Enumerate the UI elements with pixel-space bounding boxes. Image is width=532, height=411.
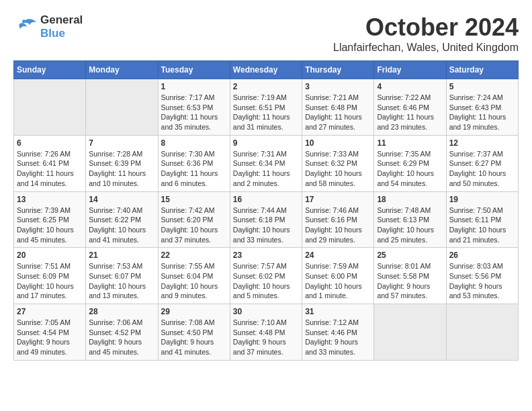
day-info: Sunrise: 7:08 AM Sunset: 4:50 PM Dayligh…	[161, 318, 227, 357]
header-saturday: Saturday	[446, 61, 518, 79]
day-info: Sunrise: 7:21 AM Sunset: 6:48 PM Dayligh…	[305, 93, 371, 132]
day-number: 6	[17, 138, 83, 148]
day-number: 25	[377, 250, 443, 260]
day-number: 22	[161, 250, 227, 260]
calendar-cell: 30Sunrise: 7:10 AM Sunset: 4:48 PM Dayli…	[230, 304, 302, 361]
header-wednesday: Wednesday	[230, 61, 302, 79]
day-info: Sunrise: 7:46 AM Sunset: 6:16 PM Dayligh…	[305, 205, 371, 245]
calendar-cell: 28Sunrise: 7:06 AM Sunset: 4:52 PM Dayli…	[86, 304, 158, 361]
day-info: Sunrise: 7:42 AM Sunset: 6:20 PM Dayligh…	[161, 205, 227, 245]
day-info: Sunrise: 7:19 AM Sunset: 6:51 PM Dayligh…	[233, 93, 299, 132]
calendar-cell: 11Sunrise: 7:35 AM Sunset: 6:29 PM Dayli…	[374, 135, 446, 191]
day-number: 14	[89, 195, 154, 204]
day-info: Sunrise: 7:44 AM Sunset: 6:18 PM Dayligh…	[233, 205, 299, 245]
calendar-cell: 3Sunrise: 7:21 AM Sunset: 6:48 PM Daylig…	[302, 79, 374, 136]
calendar-cell: 2Sunrise: 7:19 AM Sunset: 6:51 PM Daylig…	[230, 79, 302, 136]
day-info: Sunrise: 7:37 AM Sunset: 6:27 PM Dayligh…	[449, 149, 515, 189]
day-number: 18	[377, 195, 443, 204]
day-number: 10	[305, 138, 371, 148]
day-info: Sunrise: 7:48 AM Sunset: 6:13 PM Dayligh…	[377, 205, 443, 245]
day-info: Sunrise: 7:57 AM Sunset: 6:02 PM Dayligh…	[233, 261, 299, 301]
calendar-cell: 6Sunrise: 7:26 AM Sunset: 6:41 PM Daylig…	[14, 135, 86, 191]
day-info: Sunrise: 7:51 AM Sunset: 6:09 PM Dayligh…	[17, 261, 83, 301]
calendar-cell: 17Sunrise: 7:46 AM Sunset: 6:16 PM Dayli…	[302, 191, 374, 248]
logo-icon	[13, 17, 38, 37]
day-info: Sunrise: 7:59 AM Sunset: 6:00 PM Dayligh…	[305, 261, 371, 301]
calendar-cell	[374, 304, 446, 361]
calendar-cell: 12Sunrise: 7:37 AM Sunset: 6:27 PM Dayli…	[446, 135, 518, 191]
day-info: Sunrise: 7:10 AM Sunset: 4:48 PM Dayligh…	[233, 318, 299, 357]
day-info: Sunrise: 7:53 AM Sunset: 6:07 PM Dayligh…	[89, 261, 154, 301]
header-sunday: Sunday	[14, 61, 86, 79]
day-number: 20	[17, 250, 83, 260]
month-year-title: October 2024	[333, 13, 519, 42]
day-number: 7	[89, 138, 154, 148]
header-thursday: Thursday	[302, 61, 374, 79]
day-number: 21	[89, 250, 154, 260]
day-info: Sunrise: 7:22 AM Sunset: 6:46 PM Dayligh…	[377, 93, 443, 132]
day-number: 12	[449, 138, 515, 148]
calendar-cell: 19Sunrise: 7:50 AM Sunset: 6:11 PM Dayli…	[446, 191, 518, 248]
day-info: Sunrise: 8:01 AM Sunset: 5:58 PM Dayligh…	[377, 261, 443, 301]
day-number: 3	[305, 82, 371, 91]
calendar-cell: 26Sunrise: 8:03 AM Sunset: 5:56 PM Dayli…	[446, 248, 518, 304]
calendar-cell	[14, 79, 86, 136]
day-number: 2	[233, 82, 299, 91]
calendar-cell: 20Sunrise: 7:51 AM Sunset: 6:09 PM Dayli…	[14, 248, 86, 304]
day-number: 23	[233, 250, 299, 260]
calendar-cell: 7Sunrise: 7:28 AM Sunset: 6:39 PM Daylig…	[86, 135, 158, 191]
day-number: 5	[449, 82, 515, 91]
day-info: Sunrise: 7:30 AM Sunset: 6:36 PM Dayligh…	[161, 149, 227, 189]
calendar-cell: 10Sunrise: 7:33 AM Sunset: 6:32 PM Dayli…	[302, 135, 374, 191]
day-number: 1	[161, 82, 227, 91]
day-info: Sunrise: 7:31 AM Sunset: 6:34 PM Dayligh…	[233, 149, 299, 189]
day-info: Sunrise: 7:24 AM Sunset: 6:43 PM Dayligh…	[449, 93, 515, 132]
day-info: Sunrise: 7:17 AM Sunset: 6:53 PM Dayligh…	[161, 93, 227, 132]
calendar-cell: 21Sunrise: 7:53 AM Sunset: 6:07 PM Dayli…	[86, 248, 158, 304]
calendar-week-row: 13Sunrise: 7:39 AM Sunset: 6:25 PM Dayli…	[14, 191, 519, 248]
calendar-cell: 25Sunrise: 8:01 AM Sunset: 5:58 PM Dayli…	[374, 248, 446, 304]
calendar-cell: 24Sunrise: 7:59 AM Sunset: 6:00 PM Dayli…	[302, 248, 374, 304]
day-number: 15	[161, 195, 227, 204]
calendar-cell	[446, 304, 518, 361]
day-number: 4	[377, 82, 443, 91]
day-number: 26	[449, 250, 515, 260]
day-number: 9	[233, 138, 299, 148]
calendar-cell: 18Sunrise: 7:48 AM Sunset: 6:13 PM Dayli…	[374, 191, 446, 248]
day-number: 16	[233, 195, 299, 204]
day-info: Sunrise: 7:40 AM Sunset: 6:22 PM Dayligh…	[89, 205, 154, 245]
day-info: Sunrise: 7:28 AM Sunset: 6:39 PM Dayligh…	[89, 149, 154, 189]
header-monday: Monday	[86, 61, 158, 79]
day-number: 8	[161, 138, 227, 148]
calendar-table: SundayMondayTuesdayWednesdayThursdayFrid…	[13, 60, 519, 361]
day-number: 13	[17, 195, 83, 204]
calendar-cell: 29Sunrise: 7:08 AM Sunset: 4:50 PM Dayli…	[158, 304, 230, 361]
day-number: 17	[305, 195, 371, 204]
header-tuesday: Tuesday	[158, 61, 230, 79]
calendar-cell: 8Sunrise: 7:30 AM Sunset: 6:36 PM Daylig…	[158, 135, 230, 191]
day-number: 29	[161, 307, 227, 316]
day-number: 30	[233, 307, 299, 316]
calendar-week-row: 6Sunrise: 7:26 AM Sunset: 6:41 PM Daylig…	[14, 135, 519, 191]
title-block: October 2024 Llanfairfechan, Wales, Unit…	[333, 13, 519, 54]
calendar-week-row: 1Sunrise: 7:17 AM Sunset: 6:53 PM Daylig…	[14, 79, 519, 136]
calendar-cell: 22Sunrise: 7:55 AM Sunset: 6:04 PM Dayli…	[158, 248, 230, 304]
calendar-cell: 1Sunrise: 7:17 AM Sunset: 6:53 PM Daylig…	[158, 79, 230, 136]
calendar-week-row: 20Sunrise: 7:51 AM Sunset: 6:09 PM Dayli…	[14, 248, 519, 304]
day-info: Sunrise: 7:05 AM Sunset: 4:54 PM Dayligh…	[17, 318, 83, 357]
day-info: Sunrise: 7:35 AM Sunset: 6:29 PM Dayligh…	[377, 149, 443, 189]
calendar-cell: 16Sunrise: 7:44 AM Sunset: 6:18 PM Dayli…	[230, 191, 302, 248]
calendar-cell: 23Sunrise: 7:57 AM Sunset: 6:02 PM Dayli…	[230, 248, 302, 304]
logo: General Blue	[13, 13, 83, 40]
day-number: 31	[305, 307, 371, 316]
day-info: Sunrise: 7:26 AM Sunset: 6:41 PM Dayligh…	[17, 149, 83, 189]
calendar-week-row: 27Sunrise: 7:05 AM Sunset: 4:54 PM Dayli…	[14, 304, 519, 361]
calendar-cell: 13Sunrise: 7:39 AM Sunset: 6:25 PM Dayli…	[14, 191, 86, 248]
calendar-cell: 5Sunrise: 7:24 AM Sunset: 6:43 PM Daylig…	[446, 79, 518, 136]
day-number: 19	[449, 195, 515, 204]
day-info: Sunrise: 7:33 AM Sunset: 6:32 PM Dayligh…	[305, 149, 371, 189]
day-number: 28	[89, 307, 154, 316]
day-info: Sunrise: 7:12 AM Sunset: 4:46 PM Dayligh…	[305, 318, 371, 357]
calendar-cell: 27Sunrise: 7:05 AM Sunset: 4:54 PM Dayli…	[14, 304, 86, 361]
calendar-cell: 9Sunrise: 7:31 AM Sunset: 6:34 PM Daylig…	[230, 135, 302, 191]
